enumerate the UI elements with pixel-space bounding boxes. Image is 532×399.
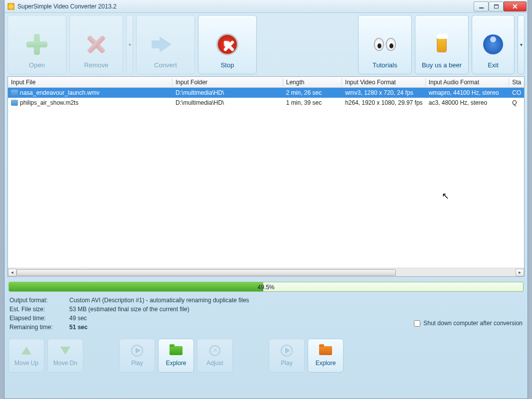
wrench-icon <box>208 345 222 357</box>
shutdown-checkbox[interactable] <box>414 320 420 327</box>
col-input-file[interactable]: Input File <box>8 78 173 87</box>
col-status[interactable]: Sta <box>509 78 524 87</box>
convert-label: Convert <box>154 61 177 69</box>
stop-label: Stop <box>221 61 234 69</box>
file-icon <box>11 90 18 96</box>
exit-label: Exit <box>488 61 499 69</box>
exit-dropdown[interactable]: ▾ <box>518 15 525 74</box>
maximize-button[interactable] <box>489 1 504 11</box>
scroll-track[interactable] <box>16 269 516 276</box>
stop-button[interactable]: Stop <box>198 15 257 74</box>
progress-text: 49.5% <box>9 282 523 292</box>
remaining-time-value: 51 sec <box>69 324 88 331</box>
plus-icon <box>25 32 49 56</box>
col-length[interactable]: Length <box>283 78 342 87</box>
minimize-button[interactable] <box>474 1 489 11</box>
window-title: SuperSimple Video Converter 2013.2 <box>17 3 117 10</box>
est-filesize-value: 53 MB (estimated final size of the curre… <box>69 306 189 313</box>
eyes-icon <box>373 32 397 56</box>
x-icon <box>84 32 108 56</box>
scroll-thumb[interactable] <box>16 269 396 276</box>
arrow-down-icon <box>58 345 72 357</box>
donate-button[interactable]: Buy us a beer <box>415 15 469 74</box>
shutdown-option: Shut down computer after conversion <box>414 314 523 333</box>
folder-orange-icon <box>319 345 333 357</box>
open-button[interactable]: Open <box>7 15 66 74</box>
info-panel: Output format:Custom AVI (Description #1… <box>4 295 528 337</box>
close-button[interactable]: ✕ <box>504 1 527 11</box>
arrow-up-icon <box>19 345 33 357</box>
file-icon <box>11 100 18 106</box>
move-down-button[interactable]: Move Dn <box>47 339 83 373</box>
remove-dropdown[interactable]: ▾ <box>126 15 133 74</box>
tutorials-label: Tutorials <box>372 61 397 69</box>
remove-button[interactable]: Remove <box>69 15 123 74</box>
horizontal-scrollbar[interactable]: ◄ ► <box>8 268 524 276</box>
window-buttons: ✕ <box>474 1 527 11</box>
folder-green-icon <box>169 345 183 357</box>
progress-bar: 49.5% <box>8 282 524 292</box>
scroll-right-button[interactable]: ► <box>516 269 524 276</box>
explore-input-button[interactable]: Explore <box>158 339 194 373</box>
list-header: Input File Input Folder Length Input Vid… <box>8 77 524 88</box>
elapsed-time-value: 49 sec <box>69 315 87 322</box>
beer-icon <box>430 32 454 56</box>
stop-icon <box>215 32 239 56</box>
remaining-time-label: Remaining time: <box>9 324 69 331</box>
file-list: Input File Input Folder Length Input Vid… <box>7 76 525 277</box>
col-audio-format[interactable]: Input Audio Format <box>426 78 510 87</box>
output-format-label: Output format: <box>9 297 69 304</box>
shutdown-label: Shut down computer after conversion <box>423 320 523 327</box>
titlebar[interactable]: SuperSimple Video Converter 2013.2 ✕ <box>4 0 528 13</box>
est-filesize-label: Est. File size: <box>9 306 69 313</box>
exit-icon <box>481 32 505 56</box>
explore-output-button[interactable]: Explore <box>308 339 344 373</box>
bottom-toolbar: Move Up Move Dn Play Explore Adjust Play… <box>4 337 528 376</box>
tutorials-button[interactable]: Tutorials <box>358 15 412 74</box>
play-output-button[interactable]: Play <box>269 339 305 373</box>
scroll-left-button[interactable]: ◄ <box>8 269 16 276</box>
convert-button[interactable]: Convert <box>136 15 195 74</box>
open-label: Open <box>29 61 45 69</box>
table-row[interactable]: nasa_endeavour_launch.wmvD:\multimedia\H… <box>8 88 524 98</box>
list-body: nasa_endeavour_launch.wmvD:\multimedia\H… <box>8 88 524 268</box>
col-input-folder[interactable]: Input Folder <box>173 78 283 87</box>
elapsed-time-label: Elapsed time: <box>9 315 69 322</box>
play-icon <box>280 345 294 357</box>
move-up-button[interactable]: Move Up <box>8 339 44 373</box>
table-row[interactable]: philips_air_show.m2tsD:\multimedia\HD\1 … <box>8 98 524 108</box>
donate-label: Buy us a beer <box>422 61 462 69</box>
app-icon <box>7 3 14 10</box>
exit-button[interactable]: Exit <box>472 15 515 74</box>
play-icon <box>130 345 144 357</box>
app-window: SuperSimple Video Converter 2013.2 ✕ Ope… <box>4 0 528 399</box>
play-input-button[interactable]: Play <box>119 339 155 373</box>
col-video-format[interactable]: Input Video Format <box>342 78 426 87</box>
adjust-button[interactable]: Adjust <box>197 339 233 373</box>
arrow-right-icon <box>154 32 177 56</box>
main-toolbar: Open Remove ▾ Convert Stop Tutorials Buy… <box>4 13 528 76</box>
output-format-value: Custom AVI (Description #1) - automatica… <box>69 297 249 304</box>
remove-label: Remove <box>84 61 108 69</box>
